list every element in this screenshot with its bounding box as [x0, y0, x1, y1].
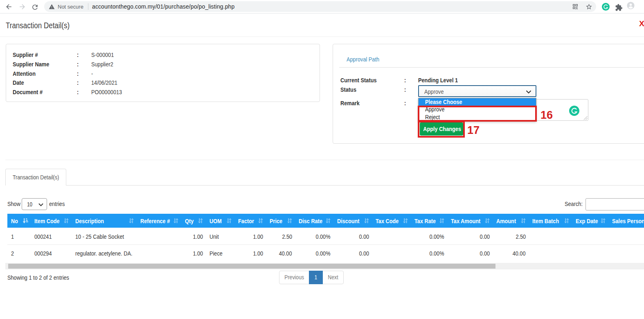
info-label: Supplier # — [13, 51, 38, 58]
column-header-tax-code[interactable]: Tax Code — [372, 214, 411, 228]
sort-both-icon — [564, 218, 570, 224]
cell-text: 1.00 — [193, 250, 203, 257]
sort-both-icon — [198, 218, 203, 224]
column-header-sales-person[interactable]: Sales Person — [608, 214, 644, 228]
column-header-item-code[interactable]: Item Code — [31, 214, 72, 228]
cell-text: 0.00 — [480, 233, 490, 240]
cell — [137, 228, 181, 244]
forward-icon[interactable] — [18, 3, 26, 11]
pagination-page-1[interactable]: 1 — [309, 271, 323, 284]
table-row-1: 100024110 - 25 Cable Socket1.00Unit1.002… — [7, 228, 644, 244]
cell-text: Unit — [209, 233, 219, 240]
sort-both-icon — [484, 218, 490, 224]
cell — [608, 244, 644, 261]
grammarly-extension-icon[interactable] — [602, 3, 610, 11]
column-header-uom[interactable]: UOM — [206, 214, 234, 228]
annotation-number-17: 17 — [467, 125, 480, 136]
cell: Unit — [206, 228, 234, 244]
column-header-label: Tax Code — [376, 217, 399, 224]
cell — [572, 228, 608, 244]
dropdown-option-please-choose[interactable]: Please Choose — [419, 98, 536, 106]
cell: 1.00 — [234, 228, 266, 244]
column-header-disc-rate[interactable]: Disc Rate — [295, 214, 333, 228]
column-header-tax-amount[interactable]: Tax Amount — [447, 214, 493, 228]
section-divider — [5, 160, 644, 160]
qr-code-icon[interactable] — [572, 3, 579, 10]
transaction-details-tab[interactable]: Transaction Detail(s) — [5, 169, 66, 186]
cell: 1.00 — [181, 228, 206, 244]
browser-window: Not secure accountonthego.com.my/01/purc… — [0, 0, 644, 319]
supplier-info-row: Document #:PO00000013 — [6, 87, 320, 97]
url-text[interactable]: accountonthego.com.my/01/purchase/po/po_… — [92, 3, 234, 10]
column-header-description[interactable]: Description — [72, 214, 137, 228]
bookmark-star-icon[interactable] — [585, 3, 592, 10]
column-header-label: Discount — [337, 217, 360, 224]
column-header-factor[interactable]: Factor — [234, 214, 266, 228]
tab-bar-line — [5, 185, 644, 186]
column-header-label: Price — [270, 217, 282, 224]
grammarly-icon[interactable] — [569, 106, 579, 116]
column-header-no[interactable]: No — [7, 214, 31, 228]
remark-label: Remark — [340, 100, 360, 107]
cell: Piece — [206, 244, 234, 261]
column-header-amount[interactable]: Amount — [493, 214, 529, 228]
column-header-label: Reference # — [140, 217, 170, 224]
transaction-details-table: NoItem CodeDescriptionReference #QtyUOMF… — [7, 214, 644, 261]
pagination: Previous 1Next — [279, 271, 344, 284]
horizontal-scrollbar-track[interactable] — [5, 263, 644, 269]
profile-avatar[interactable] — [627, 2, 635, 9]
textarea-resize-handle[interactable] — [583, 116, 588, 120]
browser-toolbar: Not secure accountonthego.com.my/01/purc… — [0, 0, 644, 14]
address-bar[interactable]: Not secure accountonthego.com.my/01/purc… — [44, 1, 596, 12]
page-size-value: 10 — [27, 201, 32, 208]
column-header-label: Tax Rate — [414, 217, 436, 224]
sort-asc-icon — [23, 218, 28, 224]
cell-text: 0.00 — [359, 250, 369, 257]
back-icon[interactable] — [5, 3, 13, 11]
cell: 0.00% — [411, 228, 447, 244]
pagination-next-button[interactable]: Next — [322, 271, 344, 284]
column-header-qty[interactable]: Qty — [181, 214, 206, 228]
cell: 2.50 — [493, 228, 529, 244]
column-header-discount[interactable]: Discount — [333, 214, 372, 228]
cell: 0.00 — [447, 244, 493, 261]
status-select[interactable]: Approve — [418, 85, 536, 97]
column-header-exp-date[interactable]: Exp Date — [572, 214, 608, 228]
column-header-tax-rate[interactable]: Tax Rate — [411, 214, 447, 228]
refresh-icon[interactable] — [31, 3, 39, 11]
search-input[interactable] — [585, 198, 644, 210]
column-header-item-batch[interactable]: Item Batch — [529, 214, 572, 228]
info-colon: : — [77, 70, 79, 77]
dropdown-option-label: Please Choose — [425, 98, 462, 106]
approval-path-tab[interactable]: Approval Path — [347, 56, 379, 62]
cell: 1 — [7, 228, 31, 244]
pagination-page-label: 1 — [315, 271, 317, 284]
cell-text: 000241 — [34, 233, 52, 240]
pagination-previous-button[interactable]: Previous — [279, 271, 309, 284]
not-secure-label[interactable]: Not secure — [58, 4, 83, 10]
chevron-down-icon — [526, 90, 531, 94]
pagination-previous-label: Previous — [284, 271, 304, 284]
cell-text: 0.00% — [430, 233, 444, 240]
page-size-select[interactable]: 10 — [22, 198, 47, 210]
cell — [608, 228, 644, 244]
cell: 40.00 — [493, 244, 529, 261]
cell: 0.00% — [411, 244, 447, 261]
cell — [372, 228, 411, 244]
supplier-info-row: Supplier Name:Supplier2 — [6, 59, 320, 69]
column-header-label: No — [11, 217, 18, 224]
not-secure-warning-icon — [49, 4, 55, 10]
transaction-details-tab-label: Transaction Detail(s) — [13, 169, 59, 186]
extensions-puzzle-icon[interactable] — [615, 4, 623, 11]
cell: 0.00% — [295, 228, 333, 244]
sort-both-icon — [258, 218, 263, 224]
annotation-number-16: 16 — [540, 110, 553, 121]
cell: 1.00 — [181, 244, 206, 261]
close-button[interactable]: X — [639, 20, 644, 28]
sort-both-icon — [173, 218, 179, 224]
info-colon: : — [77, 88, 79, 95]
sort-both-icon — [287, 218, 293, 224]
column-header-reference-[interactable]: Reference # — [137, 214, 181, 228]
column-header-price[interactable]: Price — [266, 214, 295, 228]
horizontal-scrollbar-thumb[interactable] — [8, 264, 495, 269]
